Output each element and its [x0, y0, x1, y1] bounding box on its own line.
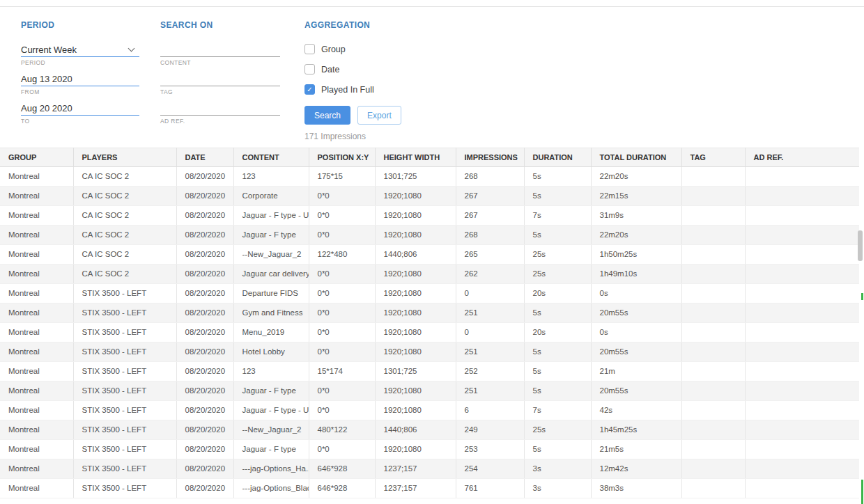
period-select-value[interactable]: Current Week: [21, 43, 139, 57]
table-cell: [681, 440, 745, 459]
checkbox-date[interactable]: Date: [304, 59, 527, 79]
table-cell: Montreal: [0, 284, 73, 304]
table-cell: 0*0: [309, 342, 375, 362]
vertical-scrollbar[interactable]: [858, 230, 863, 261]
table-cell: [745, 226, 859, 245]
table-cell: 1h50m25s: [591, 245, 681, 265]
checkbox-unchecked-icon[interactable]: [304, 44, 315, 54]
table-cell: 1920;1080: [375, 304, 456, 323]
table-cell: [745, 245, 859, 265]
table-row[interactable]: MontrealSTIX 3500 - LEFT08/20/2020---jag…: [0, 459, 859, 479]
table-cell: Montreal: [0, 440, 73, 459]
table-cell: 0*0: [309, 401, 375, 420]
checkbox-group[interactable]: Group: [304, 39, 527, 59]
table-cell: 0*0: [309, 323, 375, 342]
column-header[interactable]: DURATION: [524, 148, 591, 167]
column-header[interactable]: TAG: [681, 148, 745, 167]
ad-ref-field[interactable]: AD REF.: [160, 102, 280, 125]
table-cell: CA IC SOC 2: [73, 206, 176, 226]
table-cell: [681, 459, 745, 479]
table-cell: 08/20/2020: [176, 459, 233, 479]
table-cell: CA IC SOC 2: [73, 167, 176, 187]
table-cell: [745, 362, 859, 381]
table-cell: Montreal: [0, 245, 73, 265]
table-cell: [745, 265, 859, 284]
table-row[interactable]: MontrealCA IC SOC 208/20/2020Corporate0*…: [0, 187, 859, 206]
table-cell: [745, 187, 859, 206]
table-cell: 7s: [524, 401, 591, 420]
table-cell: [681, 167, 745, 187]
table-row[interactable]: MontrealCA IC SOC 208/20/2020Jaguar - F …: [0, 206, 859, 226]
checkbox-played-in-full[interactable]: ✓Played In Full: [304, 79, 527, 100]
table-row[interactable]: MontrealCA IC SOC 208/20/2020123175*1513…: [0, 167, 859, 187]
aggregation-checkboxes: GroupDate✓Played In Full: [304, 39, 527, 100]
table-cell: 5s: [524, 342, 591, 362]
table-row[interactable]: MontrealSTIX 3500 - LEFT08/20/202012315*…: [0, 362, 859, 381]
table-row[interactable]: MontrealSTIX 3500 - LEFT08/20/2020---jag…: [0, 479, 859, 498]
date-from-value[interactable]: Aug 13 2020: [21, 72, 139, 86]
tag-input[interactable]: [160, 72, 280, 86]
table-row[interactable]: MontrealSTIX 3500 - LEFT08/20/2020Jaguar…: [0, 440, 859, 459]
table-cell: [681, 226, 745, 245]
table-cell: 5s: [524, 440, 591, 459]
table-cell: 1920;1080: [375, 401, 456, 420]
table-cell: 254: [456, 459, 524, 479]
table-cell: 1237;157: [375, 459, 456, 479]
table-row[interactable]: MontrealSTIX 3500 - LEFT08/20/2020Gym an…: [0, 304, 859, 323]
search-button[interactable]: Search: [304, 106, 350, 125]
table-cell: 1h45m25s: [591, 420, 681, 440]
content-input[interactable]: [160, 43, 280, 57]
table-cell: [745, 284, 859, 304]
table-cell: 265: [456, 245, 524, 265]
table-cell: 0*0: [309, 265, 375, 284]
table-row[interactable]: MontrealCA IC SOC 208/20/2020--New_Jagua…: [0, 245, 859, 265]
table-cell: 0*0: [309, 187, 375, 206]
table-row[interactable]: MontrealSTIX 3500 - LEFT08/20/2020Hotel …: [0, 342, 859, 362]
ad-ref-input[interactable]: [160, 102, 280, 116]
table-row[interactable]: MontrealSTIX 3500 - LEFT08/20/2020Depart…: [0, 284, 859, 304]
table-cell: [745, 401, 859, 420]
table-cell: STIX 3500 - LEFT: [73, 342, 176, 362]
scroll-marker-icon: [861, 480, 863, 504]
column-header[interactable]: DATE: [176, 148, 233, 167]
tag-label: TAG: [160, 88, 280, 95]
table-cell: [745, 304, 859, 323]
table-row[interactable]: MontrealCA IC SOC 208/20/2020Jaguar - F …: [0, 226, 859, 245]
table-cell: 1h49m10s: [591, 265, 681, 284]
checkbox-checked-icon[interactable]: ✓: [304, 84, 315, 95]
checkbox-unchecked-icon[interactable]: [304, 64, 315, 74]
table-row[interactable]: MontrealSTIX 3500 - LEFT08/20/2020Menu_2…: [0, 323, 859, 342]
aggregation-section: AGGREGATION GroupDate✓Played In Full Sea…: [304, 20, 527, 148]
table-row[interactable]: MontrealSTIX 3500 - LEFT08/20/2020Jaguar…: [0, 381, 859, 401]
export-button[interactable]: Export: [357, 106, 401, 125]
period-select[interactable]: Current Week PERIOD: [21, 43, 139, 66]
table-row[interactable]: MontrealCA IC SOC 208/20/2020Jaguar car …: [0, 265, 859, 284]
column-header[interactable]: HEIGHT WIDTH: [375, 148, 456, 167]
column-header[interactable]: CONTENT: [233, 148, 309, 167]
date-from-field[interactable]: Aug 13 2020 FROM: [21, 72, 139, 95]
table-row[interactable]: MontrealSTIX 3500 - LEFT08/20/2020Jaguar…: [0, 401, 859, 420]
table-cell: 20s: [524, 323, 591, 342]
table-cell: 25s: [524, 420, 591, 440]
tag-field[interactable]: TAG: [160, 72, 280, 95]
date-to-value[interactable]: Aug 20 2020: [21, 102, 139, 116]
column-header[interactable]: GROUP: [0, 148, 73, 167]
date-to-field[interactable]: Aug 20 2020 TO: [21, 102, 139, 125]
results-table: GROUPPLAYERSDATECONTENTPOSITION X:YHEIGH…: [0, 148, 859, 498]
column-header[interactable]: AD REF.: [745, 148, 859, 167]
column-header[interactable]: TOTAL DURATION: [591, 148, 681, 167]
table-cell: 1920;1080: [375, 187, 456, 206]
table-cell: 1301;725: [375, 167, 456, 187]
table-cell: 480*122: [309, 420, 375, 440]
checkbox-label: Group: [321, 45, 346, 54]
column-header[interactable]: POSITION X:Y: [309, 148, 375, 167]
table-cell: 08/20/2020: [176, 401, 233, 420]
table-cell: [745, 381, 859, 401]
table-cell: 252: [456, 362, 524, 381]
period-heading: PERIOD: [21, 20, 139, 30]
content-field[interactable]: CONTENT: [160, 43, 280, 66]
table-row[interactable]: MontrealSTIX 3500 - LEFT08/20/2020--New_…: [0, 420, 859, 440]
table-cell: 761: [456, 479, 524, 498]
column-header[interactable]: PLAYERS: [73, 148, 176, 167]
column-header[interactable]: IMPRESSIONS: [456, 148, 524, 167]
